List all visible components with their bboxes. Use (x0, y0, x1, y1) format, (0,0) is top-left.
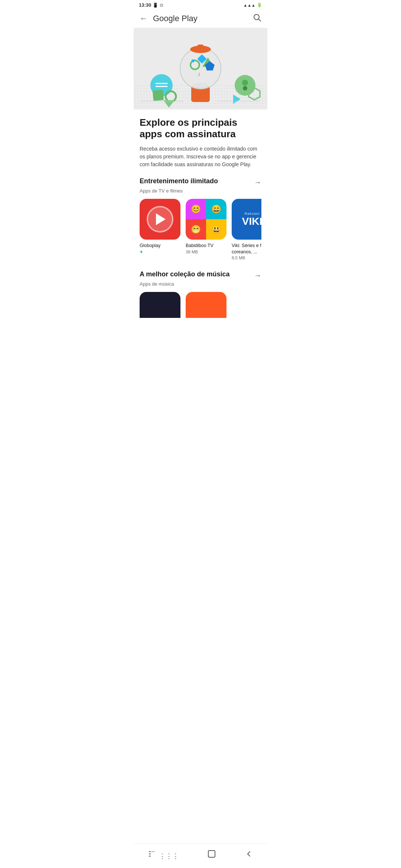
svg-rect-10 (198, 45, 203, 51)
search-button[interactable] (252, 13, 261, 24)
app-icon-viki: Rakuten VIKI (232, 199, 261, 240)
app-icon-babidiboo: 😊 😄 😁 😃 (186, 199, 226, 240)
top-nav: ← Google Play (134, 9, 267, 28)
back-button[interactable]: ← (140, 14, 148, 23)
app-card-music-1[interactable] (140, 292, 180, 321)
status-right: ▲▲▲ 🔋 (243, 3, 262, 7)
section-title-music: A melhor coleção de música (140, 270, 229, 278)
app-name-viki: Viki: Séries e filmes coreanos, ... (232, 243, 261, 255)
app-name-babidiboo: Babidiboo TV (186, 243, 226, 249)
music-apps-row (140, 292, 261, 324)
section-arrow-entertainment[interactable]: → (254, 178, 261, 187)
svg-text:♥: ♥ (191, 57, 195, 65)
location-icon: ⊙ (160, 3, 163, 8)
main-content: Explore os principais apps com assinatur… (134, 109, 267, 324)
battery-icon: 🔋 (257, 3, 262, 7)
signal-icon: ▲▲▲ (243, 3, 255, 7)
svg-text:♪: ♪ (198, 71, 200, 77)
hero-description: Receba acesso exclusivo e conteúdo ilimi… (140, 145, 261, 168)
section-subtitle-music: Apps de música (140, 281, 261, 287)
app-icon-globoplay (140, 199, 180, 240)
section-title-entertainment: Entretenimento ilimitado (140, 177, 218, 185)
play-icon (156, 213, 166, 225)
section-arrow-music[interactable]: → (254, 271, 261, 280)
svg-line-1 (259, 19, 261, 22)
status-left: 13:30 📱 ⊙ (139, 2, 163, 8)
page-spacer (134, 324, 267, 346)
hero-banner: ♥ ♪ (134, 28, 267, 109)
app-card-babidiboo[interactable]: 😊 😄 😁 😃 Babidiboo TV 38 MB (186, 199, 226, 260)
svg-point-24 (242, 80, 248, 86)
svg-rect-20 (153, 90, 164, 101)
app-meta-viki: 8,5 MB (232, 256, 261, 260)
section-header-music: A melhor coleção de música → (140, 270, 261, 280)
app-meta-babidiboo: 38 MB (186, 250, 226, 254)
hero-title: Explore os principais apps com assinatur… (140, 117, 261, 140)
svg-point-25 (243, 86, 247, 91)
status-time: 13:30 (139, 2, 151, 8)
section-header-entertainment: Entretenimento ilimitado → (140, 177, 261, 187)
entertainment-section: Entretenimento ilimitado → Apps de TV e … (140, 177, 261, 263)
section-subtitle-entertainment: Apps de TV e filmes (140, 188, 261, 194)
app-card-viki[interactable]: Rakuten VIKI Viki: Séries e filmes corea… (232, 199, 261, 260)
status-bar: 13:30 📱 ⊙ ▲▲▲ 🔋 (134, 0, 267, 9)
app-icon-music-2 (186, 292, 226, 318)
music-section: A melhor coleção de música → Apps de mús… (140, 270, 261, 324)
app-card-music-2[interactable] (186, 292, 226, 321)
entertainment-apps-row: Globoplay ✈ 😊 😄 😁 😃 Babidiboo TV 38 MB (140, 199, 261, 263)
installed-icon: ✈ (140, 250, 143, 254)
app-name-globoplay: Globoplay (140, 243, 180, 249)
page-title: Google Play (153, 14, 252, 23)
app-icon-music-1 (140, 292, 180, 318)
app-meta-globoplay: ✈ (140, 250, 180, 254)
app-card-globoplay[interactable]: Globoplay ✈ (140, 199, 180, 260)
whatsapp-icon: 📱 (153, 3, 158, 8)
